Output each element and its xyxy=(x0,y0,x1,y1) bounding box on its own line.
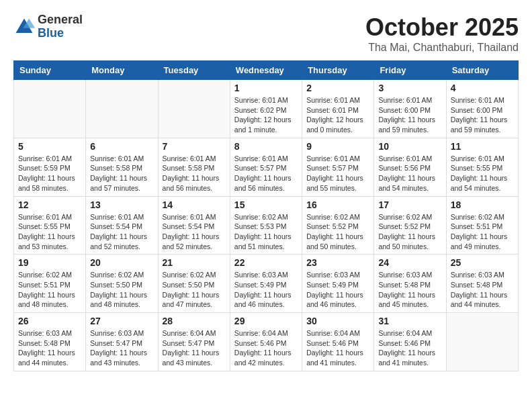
day-info: Sunrise: 6:01 AM Sunset: 5:55 PM Dayligh… xyxy=(18,212,81,252)
table-row: 1Sunrise: 6:01 AM Sunset: 6:02 PM Daylig… xyxy=(230,80,302,138)
table-row: 10Sunrise: 6:01 AM Sunset: 5:56 PM Dayli… xyxy=(374,138,446,196)
day-number: 5 xyxy=(18,141,81,152)
table-row: 22Sunrise: 6:03 AM Sunset: 5:49 PM Dayli… xyxy=(230,255,302,313)
day-info: Sunrise: 6:01 AM Sunset: 5:55 PM Dayligh… xyxy=(451,154,514,193)
table-row: 23Sunrise: 6:03 AM Sunset: 5:49 PM Dayli… xyxy=(302,255,374,313)
day-info: Sunrise: 6:01 AM Sunset: 5:56 PM Dayligh… xyxy=(378,154,441,193)
table-row: 29Sunrise: 6:04 AM Sunset: 5:46 PM Dayli… xyxy=(230,313,302,371)
day-number: 11 xyxy=(451,141,514,152)
header-thursday: Thursday xyxy=(302,61,374,80)
table-row: 2Sunrise: 6:01 AM Sunset: 6:01 PM Daylig… xyxy=(302,80,374,138)
day-number: 1 xyxy=(234,83,298,93)
table-row: 28Sunrise: 6:04 AM Sunset: 5:47 PM Dayli… xyxy=(158,313,230,371)
table-row: 6Sunrise: 6:01 AM Sunset: 5:58 PM Daylig… xyxy=(86,138,158,196)
day-info: Sunrise: 6:01 AM Sunset: 6:00 PM Dayligh… xyxy=(378,95,441,135)
table-row: 26Sunrise: 6:03 AM Sunset: 5:48 PM Dayli… xyxy=(14,313,86,371)
day-number: 21 xyxy=(163,257,226,268)
day-info: Sunrise: 6:03 AM Sunset: 5:49 PM Dayligh… xyxy=(306,270,369,310)
table-row: 12Sunrise: 6:01 AM Sunset: 5:55 PM Dayli… xyxy=(14,196,86,255)
logo-general-text: General xyxy=(38,13,83,26)
day-info: Sunrise: 6:01 AM Sunset: 5:58 PM Dayligh… xyxy=(90,154,153,193)
header-saturday: Saturday xyxy=(446,61,518,80)
day-number: 31 xyxy=(378,316,441,326)
day-info: Sunrise: 6:03 AM Sunset: 5:47 PM Dayligh… xyxy=(90,328,153,368)
day-info: Sunrise: 6:02 AM Sunset: 5:52 PM Dayligh… xyxy=(306,212,369,252)
day-number: 2 xyxy=(306,83,369,93)
day-info: Sunrise: 6:03 AM Sunset: 5:48 PM Dayligh… xyxy=(378,270,441,310)
day-info: Sunrise: 6:02 AM Sunset: 5:51 PM Dayligh… xyxy=(451,212,514,252)
day-number: 7 xyxy=(163,141,226,152)
header-friday: Friday xyxy=(374,61,446,80)
table-row: 25Sunrise: 6:03 AM Sunset: 5:48 PM Dayli… xyxy=(446,255,518,313)
table-row: 18Sunrise: 6:02 AM Sunset: 5:51 PM Dayli… xyxy=(446,196,518,255)
table-row: 15Sunrise: 6:02 AM Sunset: 5:53 PM Dayli… xyxy=(230,196,302,255)
day-number: 10 xyxy=(378,141,441,152)
day-number: 15 xyxy=(234,199,298,210)
day-info: Sunrise: 6:02 AM Sunset: 5:52 PM Dayligh… xyxy=(378,212,441,252)
calendar-week-row: 12Sunrise: 6:01 AM Sunset: 5:55 PM Dayli… xyxy=(14,196,519,255)
table-row: 21Sunrise: 6:02 AM Sunset: 5:50 PM Dayli… xyxy=(158,255,230,313)
day-info: Sunrise: 6:01 AM Sunset: 5:59 PM Dayligh… xyxy=(18,154,81,193)
day-info: Sunrise: 6:01 AM Sunset: 5:54 PM Dayligh… xyxy=(163,212,226,252)
day-info: Sunrise: 6:02 AM Sunset: 5:51 PM Dayligh… xyxy=(18,270,81,310)
day-info: Sunrise: 6:01 AM Sunset: 6:00 PM Dayligh… xyxy=(451,95,514,135)
day-info: Sunrise: 6:01 AM Sunset: 6:01 PM Dayligh… xyxy=(306,95,369,135)
day-number: 22 xyxy=(234,257,298,268)
day-info: Sunrise: 6:02 AM Sunset: 5:50 PM Dayligh… xyxy=(90,270,153,310)
day-info: Sunrise: 6:04 AM Sunset: 5:46 PM Dayligh… xyxy=(306,328,369,368)
day-number: 26 xyxy=(18,316,81,326)
day-number: 18 xyxy=(451,199,514,210)
calendar-week-row: 19Sunrise: 6:02 AM Sunset: 5:51 PM Dayli… xyxy=(14,255,519,313)
table-row: 11Sunrise: 6:01 AM Sunset: 5:55 PM Dayli… xyxy=(446,138,518,196)
day-number: 24 xyxy=(378,257,441,268)
table-row: 19Sunrise: 6:02 AM Sunset: 5:51 PM Dayli… xyxy=(14,255,86,313)
weekday-header-row: Sunday Monday Tuesday Wednesday Thursday… xyxy=(14,61,519,80)
day-info: Sunrise: 6:02 AM Sunset: 5:53 PM Dayligh… xyxy=(234,212,298,252)
table-row: 17Sunrise: 6:02 AM Sunset: 5:52 PM Dayli… xyxy=(374,196,446,255)
day-number: 29 xyxy=(234,316,298,326)
day-info: Sunrise: 6:01 AM Sunset: 5:57 PM Dayligh… xyxy=(306,154,369,193)
header-monday: Monday xyxy=(86,61,158,80)
day-info: Sunrise: 6:01 AM Sunset: 5:57 PM Dayligh… xyxy=(234,154,298,193)
calendar: Sunday Monday Tuesday Wednesday Thursday… xyxy=(13,60,519,371)
table-row xyxy=(14,80,86,138)
table-row: 24Sunrise: 6:03 AM Sunset: 5:48 PM Dayli… xyxy=(374,255,446,313)
logo-icon xyxy=(13,16,35,38)
table-row xyxy=(158,80,230,138)
logo: General Blue xyxy=(13,13,83,40)
logo-blue-text: Blue xyxy=(38,26,64,40)
day-number: 8 xyxy=(234,141,298,152)
table-row: 3Sunrise: 6:01 AM Sunset: 6:00 PM Daylig… xyxy=(374,80,446,138)
day-info: Sunrise: 6:04 AM Sunset: 5:47 PM Dayligh… xyxy=(163,328,226,368)
day-number: 3 xyxy=(378,83,441,93)
day-number: 9 xyxy=(306,141,369,152)
day-number: 25 xyxy=(451,257,514,268)
table-row: 30Sunrise: 6:04 AM Sunset: 5:46 PM Dayli… xyxy=(302,313,374,371)
day-number: 30 xyxy=(306,316,369,326)
table-row: 14Sunrise: 6:01 AM Sunset: 5:54 PM Dayli… xyxy=(158,196,230,255)
day-number: 14 xyxy=(163,199,226,210)
day-number: 23 xyxy=(306,257,369,268)
day-info: Sunrise: 6:01 AM Sunset: 5:54 PM Dayligh… xyxy=(90,212,153,252)
day-info: Sunrise: 6:03 AM Sunset: 5:48 PM Dayligh… xyxy=(451,270,514,310)
day-info: Sunrise: 6:04 AM Sunset: 5:46 PM Dayligh… xyxy=(378,328,441,368)
table-row: 5Sunrise: 6:01 AM Sunset: 5:59 PM Daylig… xyxy=(14,138,86,196)
header: General Blue October 2025 Tha Mai, Chant… xyxy=(13,13,519,54)
location-subtitle: Tha Mai, Chanthaburi, Thailand xyxy=(365,42,519,54)
day-info: Sunrise: 6:04 AM Sunset: 5:46 PM Dayligh… xyxy=(234,328,298,368)
day-number: 12 xyxy=(18,199,81,210)
table-row: 16Sunrise: 6:02 AM Sunset: 5:52 PM Dayli… xyxy=(302,196,374,255)
day-info: Sunrise: 6:01 AM Sunset: 5:58 PM Dayligh… xyxy=(163,154,226,193)
day-number: 4 xyxy=(451,83,514,93)
table-row: 20Sunrise: 6:02 AM Sunset: 5:50 PM Dayli… xyxy=(86,255,158,313)
day-info: Sunrise: 6:03 AM Sunset: 5:49 PM Dayligh… xyxy=(234,270,298,310)
calendar-week-row: 5Sunrise: 6:01 AM Sunset: 5:59 PM Daylig… xyxy=(14,138,519,196)
table-row: 13Sunrise: 6:01 AM Sunset: 5:54 PM Dayli… xyxy=(86,196,158,255)
table-row xyxy=(86,80,158,138)
day-info: Sunrise: 6:02 AM Sunset: 5:50 PM Dayligh… xyxy=(163,270,226,310)
day-number: 27 xyxy=(90,316,153,326)
day-number: 13 xyxy=(90,199,153,210)
table-row: 31Sunrise: 6:04 AM Sunset: 5:46 PM Dayli… xyxy=(374,313,446,371)
day-info: Sunrise: 6:01 AM Sunset: 6:02 PM Dayligh… xyxy=(234,95,298,135)
day-info: Sunrise: 6:03 AM Sunset: 5:48 PM Dayligh… xyxy=(18,328,81,368)
